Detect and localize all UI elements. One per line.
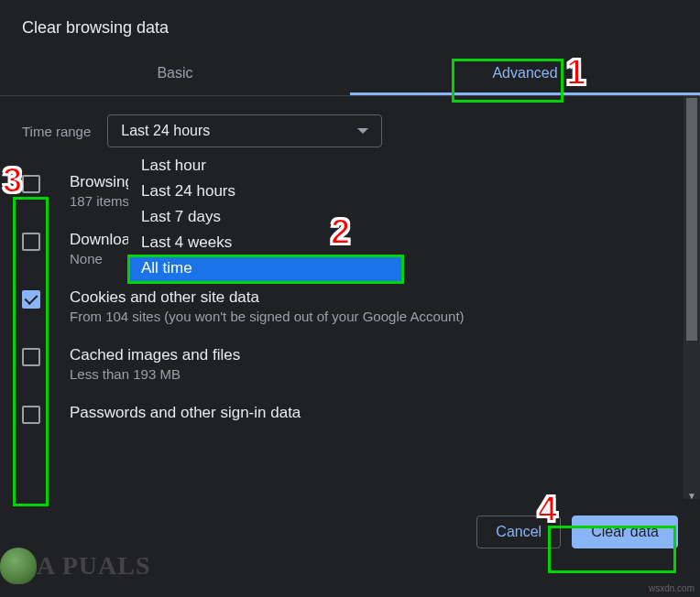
item-subtitle: From 104 sites (you won't be signed out … <box>70 309 662 324</box>
timerange-dropdown: Last hour Last 24 hours Last 7 days Last… <box>128 153 403 281</box>
scrollbar[interactable]: ▼ <box>684 96 700 499</box>
item-title: Cached images and files <box>70 346 662 364</box>
content-area: Time range Last 24 hours Last hour Last … <box>0 96 684 499</box>
watermark-text: A PUALS <box>37 551 150 581</box>
checkbox-passwords[interactable] <box>22 406 40 424</box>
clear-data-button[interactable]: Clear data <box>572 516 678 548</box>
item-title: Cookies and other site data <box>70 288 662 307</box>
tabs: Basic Advanced <box>0 52 700 96</box>
cancel-button[interactable]: Cancel <box>476 516 561 548</box>
list-item: Passwords and other sign-in data <box>22 404 662 424</box>
item-subtitle: Less than 193 MB <box>70 366 662 382</box>
chevron-down-icon <box>357 128 368 134</box>
timerange-select[interactable]: Last 24 hours <box>107 114 382 147</box>
dropdown-option-last-4-weeks[interactable]: Last 4 weeks <box>128 230 403 255</box>
dropdown-option-last-7-days[interactable]: Last 7 days <box>128 204 403 230</box>
tab-advanced[interactable]: Advanced <box>350 52 700 95</box>
watermark-icon <box>0 548 37 584</box>
checkbox-download-history[interactable] <box>22 233 40 251</box>
timerange-selected-value: Last 24 hours <box>121 123 210 139</box>
scroll-thumb[interactable] <box>686 98 697 341</box>
checkbox-cached-images[interactable] <box>22 348 40 366</box>
dropdown-option-last-24-hours[interactable]: Last 24 hours <box>128 179 403 204</box>
dropdown-option-all-time[interactable]: All time <box>128 255 403 281</box>
checkbox-browsing-history[interactable] <box>22 175 40 193</box>
list-item: Cached images and files Less than 193 MB <box>22 346 662 382</box>
tab-basic[interactable]: Basic <box>0 52 350 95</box>
watermark: A PUALS <box>0 548 150 584</box>
checkbox-cookies[interactable] <box>22 290 40 309</box>
timerange-label: Time range <box>22 124 91 139</box>
list-item: Cookies and other site data From 104 sit… <box>22 288 662 324</box>
dialog-title: Clear browsing data <box>0 0 700 52</box>
item-title: Passwords and other sign-in data <box>70 404 662 422</box>
corner-watermark: wsxdn.com <box>649 583 695 593</box>
dropdown-option-last-hour[interactable]: Last hour <box>128 153 403 179</box>
